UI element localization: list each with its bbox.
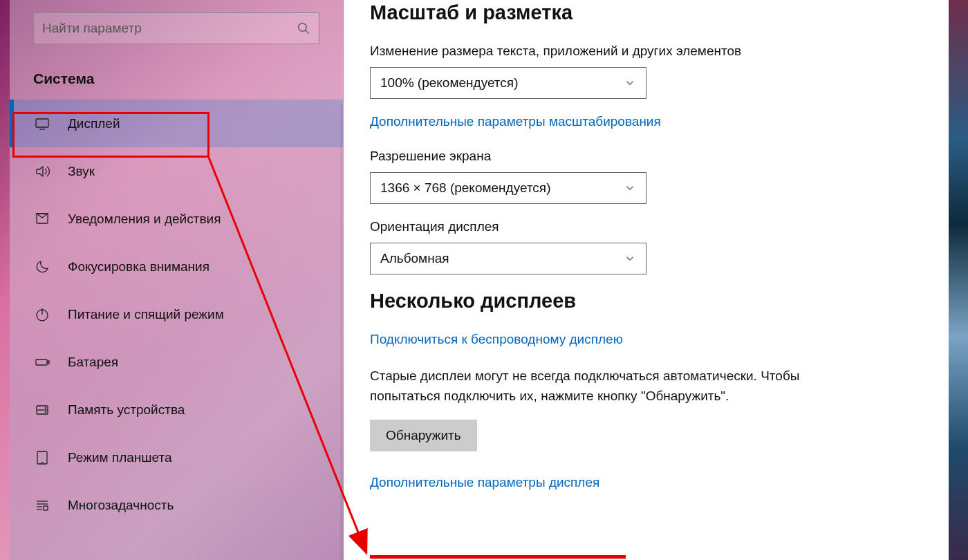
sidebar-item-storage[interactable]: Память устройства — [10, 386, 343, 433]
sidebar: Система Дисплей Звук Уведомления и дейст… — [10, 0, 344, 560]
main-content: Масштаб и разметка Изменение размера тек… — [344, 0, 949, 560]
sidebar-item-label: Уведомления и действия — [68, 212, 221, 227]
tablet-icon — [33, 449, 51, 466]
sidebar-item-focus[interactable]: Фокусировка внимания — [10, 243, 343, 290]
scale-size-value: 100% (рекомендуется) — [380, 75, 518, 91]
scale-heading: Масштаб и разметка — [370, 1, 949, 24]
resolution-select[interactable]: 1366 × 768 (рекомендуется) — [370, 172, 646, 204]
sidebar-item-multitasking[interactable]: Многозадачность — [10, 481, 343, 529]
svg-line-1 — [306, 30, 309, 34]
sidebar-item-notifications[interactable]: Уведомления и действия — [10, 195, 343, 243]
notifications-icon — [33, 211, 51, 227]
power-icon — [33, 306, 51, 323]
multi-heading: Несколько дисплеев — [370, 290, 949, 312]
speaker-icon — [33, 163, 51, 180]
chevron-down-icon — [624, 182, 636, 194]
search-icon — [297, 21, 310, 35]
storage-icon — [33, 402, 51, 418]
detect-button[interactable]: Обнаружить — [370, 420, 477, 451]
annotation-underline — [370, 555, 626, 559]
search-input[interactable] — [42, 21, 297, 36]
old-displays-text: Старые дисплеи могут не всегда подключат… — [370, 366, 840, 406]
chevron-down-icon — [624, 252, 636, 265]
svg-point-0 — [299, 24, 307, 32]
resolution-label: Разрешение экрана — [370, 149, 949, 164]
orientation-select[interactable]: Альбомная — [370, 243, 646, 274]
battery-icon — [33, 354, 51, 371]
svg-rect-7 — [36, 360, 47, 365]
sidebar-item-label: Дисплей — [68, 116, 120, 131]
svg-rect-19 — [44, 506, 48, 510]
sidebar-item-power[interactable]: Питание и спящий режим — [10, 290, 343, 338]
sidebar-item-label: Звук — [68, 164, 95, 179]
multitask-icon — [33, 497, 51, 514]
sidebar-category: Система — [10, 44, 343, 100]
wallpaper-edge — [949, 0, 968, 560]
sidebar-item-label: Многозадачность — [68, 498, 174, 513]
chevron-down-icon — [624, 77, 636, 89]
svg-rect-2 — [36, 119, 48, 127]
sidebar-scrollbar[interactable] — [340, 104, 343, 560]
advanced-scaling-link[interactable]: Дополнительные параметры масштабирования — [370, 114, 661, 129]
wireless-display-link[interactable]: Подключиться к беспроводному дисплею — [370, 332, 623, 347]
scale-size-label: Изменение размера текста, приложений и д… — [370, 44, 949, 59]
sidebar-item-label: Батарея — [68, 355, 118, 370]
sidebar-item-label: Питание и спящий режим — [68, 307, 224, 322]
orientation-label: Ориентация дисплея — [370, 219, 949, 234]
sidebar-item-tablet[interactable]: Режим планшета — [10, 433, 343, 481]
svg-rect-13 — [37, 451, 47, 464]
sidebar-item-label: Фокусировка внимания — [68, 259, 210, 274]
advanced-display-link[interactable]: Дополнительные параметры дисплея — [370, 475, 599, 490]
sidebar-item-label: Режим планшета — [68, 450, 172, 465]
sidebar-item-label: Память устройства — [68, 402, 185, 418]
sidebar-item-battery[interactable]: Батарея — [10, 338, 343, 386]
resolution-value: 1366 × 768 (рекомендуется) — [380, 180, 551, 196]
svg-rect-8 — [48, 361, 49, 364]
settings-window: Система Дисплей Звук Уведомления и дейст… — [10, 0, 949, 560]
moon-icon — [33, 259, 51, 275]
svg-point-11 — [45, 407, 46, 408]
orientation-value: Альбомная — [380, 251, 449, 266]
sidebar-item-sound[interactable]: Звук — [10, 147, 343, 195]
monitor-icon — [33, 115, 51, 132]
search-box[interactable] — [33, 12, 319, 44]
sidebar-item-display[interactable]: Дисплей — [10, 100, 343, 147]
svg-point-12 — [45, 411, 46, 412]
scale-size-select[interactable]: 100% (рекомендуется) — [370, 67, 646, 99]
